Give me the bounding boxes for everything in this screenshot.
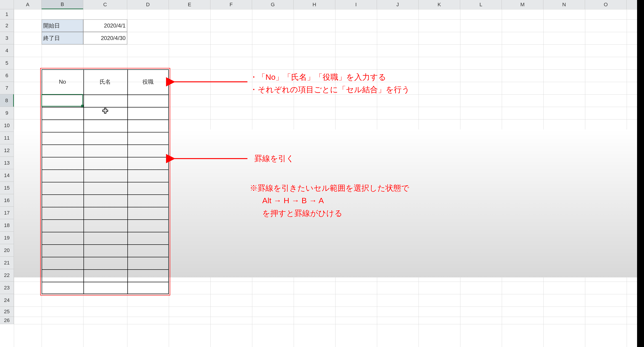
right-edge: [637, 0, 644, 347]
col-head-F[interactable]: F: [210, 0, 252, 9]
highlight-box: [40, 68, 170, 296]
row-headers: 1234567891011121314151617181920212223242…: [0, 9, 14, 324]
col-head-M[interactable]: M: [502, 0, 544, 9]
row-head-12[interactable]: 12: [0, 144, 14, 157]
row-head-15[interactable]: 15: [0, 182, 14, 194]
row-head-21[interactable]: 21: [0, 256, 14, 269]
row-head-5[interactable]: 5: [0, 57, 14, 69]
col-head-O[interactable]: O: [585, 0, 627, 9]
col-head-I[interactable]: I: [335, 0, 377, 9]
row-head-1[interactable]: 1: [0, 9, 14, 20]
row-head-24[interactable]: 24: [0, 294, 14, 306]
annotation-shortcut: ※罫線を引きたいセル範囲を選択した状態で Alt → H → B → A を押す…: [250, 182, 409, 220]
cell-start-value[interactable]: 2020/4/1: [83, 20, 127, 32]
text: 2020/4/30: [101, 35, 126, 42]
text: Alt → H → B → A: [250, 194, 324, 207]
text: No: [59, 78, 66, 85]
row-head-16[interactable]: 16: [0, 194, 14, 207]
col-head-D[interactable]: D: [127, 0, 169, 9]
row-head-8[interactable]: 8: [0, 94, 14, 107]
col-head-N[interactable]: N: [544, 0, 585, 9]
header-role[interactable]: 役職: [127, 69, 169, 94]
cell-end-label[interactable]: 終了日: [42, 32, 83, 44]
text: を押すと罫線がひける: [250, 207, 342, 220]
text: ・それぞれの項目ごとに「セル結合」を行う: [250, 83, 410, 96]
col-head-A[interactable]: A: [14, 0, 42, 9]
annotation-draw-borders: 罫線を引く: [254, 152, 294, 164]
row-head-23[interactable]: 23: [0, 282, 14, 294]
col-head-H[interactable]: H: [294, 0, 335, 9]
annotation-input-headers: ・「No」「氏名」「役職」を入力する ・それぞれの項目ごとに「セル結合」を行う: [250, 71, 410, 96]
row-head-13[interactable]: 13: [0, 157, 14, 169]
row-head-7[interactable]: 7: [0, 82, 14, 94]
col-head-G[interactable]: G: [252, 0, 294, 9]
row-head-11[interactable]: 11: [0, 132, 14, 144]
col-head-C[interactable]: C: [83, 0, 127, 9]
text: 開始日: [43, 22, 60, 29]
col-head-E[interactable]: E: [169, 0, 210, 9]
text: ※罫線を引きたいセル範囲を選択した状態で: [250, 182, 409, 194]
col-head-K[interactable]: K: [418, 0, 460, 9]
grid-area[interactable]: 開始日 2020/4/1 終了日 2020/4/30 No 氏名 役職: [14, 9, 644, 347]
row-head-2[interactable]: 2: [0, 20, 14, 32]
arrow-annotation-1: [174, 78, 252, 85]
row-head-6[interactable]: 6: [0, 69, 14, 82]
row-head-10[interactable]: 10: [0, 119, 14, 132]
text: 2020/4/1: [104, 22, 126, 29]
text: 氏名: [100, 78, 111, 86]
row-head-22[interactable]: 22: [0, 269, 14, 282]
spreadsheet: ABCDEFGHIJKLMNOP 12345678910111213141516…: [0, 0, 644, 347]
text: 終了日: [43, 34, 60, 42]
row-head-4[interactable]: 4: [0, 44, 14, 57]
column-headers: ABCDEFGHIJKLMNOP: [0, 0, 644, 9]
cell-end-value[interactable]: 2020/4/30: [83, 32, 127, 44]
row-head-3[interactable]: 3: [0, 32, 14, 44]
col-head-L[interactable]: L: [460, 0, 502, 9]
row-head-9[interactable]: 9: [0, 107, 14, 119]
cell-start-label[interactable]: 開始日: [42, 20, 83, 32]
text: 役職: [142, 78, 154, 86]
row-head-19[interactable]: 19: [0, 232, 14, 244]
select-all-corner[interactable]: [0, 0, 14, 9]
col-head-B[interactable]: B: [42, 0, 83, 9]
text: ・「No」「氏名」「役職」を入力する: [250, 71, 410, 83]
row-head-18[interactable]: 18: [0, 219, 14, 232]
row-head-14[interactable]: 14: [0, 169, 14, 182]
row-head-25[interactable]: 25: [0, 306, 14, 317]
excel-cursor-icon: [102, 108, 108, 114]
header-no[interactable]: No: [42, 69, 83, 94]
arrow-annotation-2: [174, 155, 252, 162]
row-head-26[interactable]: 26: [0, 317, 14, 324]
text: 罫線を引く: [254, 152, 294, 164]
row-head-17[interactable]: 17: [0, 207, 14, 219]
col-head-J[interactable]: J: [377, 0, 418, 9]
row-head-20[interactable]: 20: [0, 244, 14, 256]
header-name[interactable]: 氏名: [83, 69, 127, 94]
